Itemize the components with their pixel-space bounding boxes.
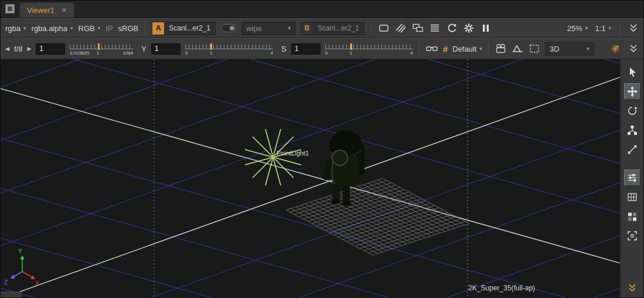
tick-label: 1064 xyxy=(123,50,134,56)
caret-down-icon: ▾ xyxy=(98,25,101,31)
input-b-value: Scanl...er2_1 xyxy=(313,24,364,32)
separator xyxy=(371,22,372,35)
zoom-dropdown[interactable]: 25% ▾ xyxy=(567,24,588,33)
controls-right-group xyxy=(609,43,639,55)
tick-label: 4 xyxy=(271,50,273,56)
input-a-selector[interactable]: A Scanl...er2_1 xyxy=(152,22,216,35)
stereo-glasses-icon[interactable] xyxy=(425,43,438,55)
caret-down-icon: ▾ xyxy=(608,25,611,31)
separator xyxy=(145,22,145,35)
channel-display-dropdown[interactable]: RGB ▾ xyxy=(79,24,101,33)
wipe-dropdown[interactable]: wipe ▾ xyxy=(241,22,295,35)
viewport-canvas[interactable]: PointLight1 xyxy=(1,59,621,298)
frame-corners-button[interactable] xyxy=(624,228,640,244)
tick-label: 1 xyxy=(97,50,99,56)
gain-field[interactable]: 1 xyxy=(36,43,65,55)
tick-label: 0 xyxy=(185,50,188,56)
gamma-field[interactable]: 1 xyxy=(151,43,180,55)
slider-ticks xyxy=(70,45,133,49)
saturation-slider[interactable]: 0 1 4 xyxy=(325,42,413,57)
input-a-value: Scanl...er2_1 xyxy=(164,24,215,32)
separator xyxy=(619,22,620,35)
input-b-selector[interactable]: B Scanl...er2_1 xyxy=(301,22,364,35)
axis-z-label: Z xyxy=(4,279,8,286)
zoom-group: 25% ▾ 1:1 ▾ xyxy=(567,22,639,35)
slider-marker[interactable] xyxy=(350,43,352,50)
color-sampler-icon[interactable] xyxy=(609,43,621,55)
alpha-dropdown[interactable]: rgba.alpha ▾ xyxy=(32,24,73,33)
caret-down-icon: ▾ xyxy=(23,25,26,31)
translate-tool-button[interactable] xyxy=(624,83,640,100)
caret-down-icon: ▾ xyxy=(288,25,291,31)
grid-frame-button[interactable] xyxy=(624,189,640,205)
viewer-main: PointLight1 xyxy=(1,59,643,297)
refresh-icon[interactable] xyxy=(446,22,458,34)
grid-icon[interactable]: # xyxy=(443,44,448,54)
input-process-button[interactable]: IP xyxy=(105,24,113,33)
axis-y-label: Y xyxy=(18,248,22,255)
viewer-toolbar-right xyxy=(620,59,643,298)
quad-view-button[interactable] xyxy=(624,208,640,225)
overlay-rect-icon[interactable] xyxy=(378,22,390,34)
view-mode-dropdown[interactable]: 3D ▾ xyxy=(545,42,594,56)
camera-icon[interactable] xyxy=(495,43,507,55)
slider-ticks xyxy=(325,45,413,49)
gamma-slider[interactable]: 0 1 4 xyxy=(185,42,273,57)
menu-lines-icon[interactable] xyxy=(429,22,441,34)
zoom-level: 25% xyxy=(567,24,582,33)
separator xyxy=(419,42,420,55)
axis-x-label: X xyxy=(35,280,39,287)
tab-viewer1[interactable]: Viewer1 ✕ xyxy=(19,2,74,18)
scale-arrows-tool-button[interactable] xyxy=(624,141,640,158)
viewport-3d[interactable]: PointLight1 xyxy=(1,59,621,298)
gear-icon[interactable] xyxy=(463,22,475,34)
viewer-toolbar-top: rgba ▾ rgba.alpha ▾ RGB ▾ IP sRGB A Scan… xyxy=(1,18,643,38)
sliders-panel-button[interactable] xyxy=(624,170,640,186)
tick-label: 1 xyxy=(210,50,212,56)
slider-marker[interactable] xyxy=(98,43,100,50)
grid-lines xyxy=(1,59,621,298)
next-icon[interactable]: ▶ xyxy=(27,46,31,52)
wipe-label: wipe xyxy=(246,24,262,33)
wave-icon[interactable] xyxy=(512,43,524,55)
pane-menu-icon[interactable] xyxy=(5,4,15,13)
chevron-double-down-icon[interactable] xyxy=(628,23,639,33)
tick-label: 0 xyxy=(325,50,328,56)
prev-icon[interactable]: ◀ xyxy=(5,46,9,52)
saturation-label: S xyxy=(281,45,287,53)
mesh-card xyxy=(286,178,469,255)
proxy-ratio-dropdown[interactable]: 1:1 ▾ xyxy=(595,24,611,33)
saturation-field[interactable]: 1 xyxy=(291,43,321,55)
chevron-double-down-icon[interactable] xyxy=(628,43,639,54)
chevron-double-down-icon[interactable] xyxy=(624,280,640,296)
tick-label: 0.015625 xyxy=(70,50,89,56)
hierarchy-tool-button[interactable] xyxy=(624,122,640,138)
layer-dropdown[interactable]: rgba ▾ xyxy=(5,24,26,33)
pane-corner[interactable] xyxy=(1,292,22,297)
lut-label: Default xyxy=(452,45,476,53)
view-mode-label: 3D xyxy=(550,45,560,53)
input-a-badge: A xyxy=(152,22,164,35)
close-icon[interactable]: ✕ xyxy=(62,6,67,14)
character-model[interactable] xyxy=(322,130,364,206)
dual-monitor-icon[interactable] xyxy=(412,22,424,34)
fstop-label[interactable]: f/8 xyxy=(14,45,22,53)
tick-label: 1 xyxy=(350,50,352,56)
viewer-colorspace-button[interactable]: sRGB xyxy=(118,24,139,33)
viewer-window: Viewer1 ✕ rgba ▾ rgba.alpha ▾ RGB ▾ IP s… xyxy=(0,0,644,298)
point-light[interactable] xyxy=(245,129,301,185)
gain-slider[interactable]: 0.015625 1 1064 xyxy=(70,42,133,57)
rotate-tool-button[interactable] xyxy=(624,103,640,119)
input-b-badge: B xyxy=(301,22,313,35)
proxy-ratio: 1:1 xyxy=(595,24,605,33)
slider-marker[interactable] xyxy=(210,43,212,50)
wipe-toggle[interactable] xyxy=(221,24,236,32)
viewer-toolbar-controls: ◀ f/8 ▶ 1 0.015625 1 1064 Y 1 0 1 4 S 1 … xyxy=(1,38,643,59)
marquee-icon[interactable] xyxy=(529,43,540,55)
pause-icon[interactable] xyxy=(480,22,492,34)
stripes-icon[interactable] xyxy=(395,22,407,34)
lut-dropdown[interactable]: Default ▾ xyxy=(452,45,482,53)
pointer-tool-button[interactable] xyxy=(624,64,640,80)
tick-label: 4 xyxy=(410,50,413,56)
format-label: 2K_Super_35(full-ap) xyxy=(468,284,535,292)
